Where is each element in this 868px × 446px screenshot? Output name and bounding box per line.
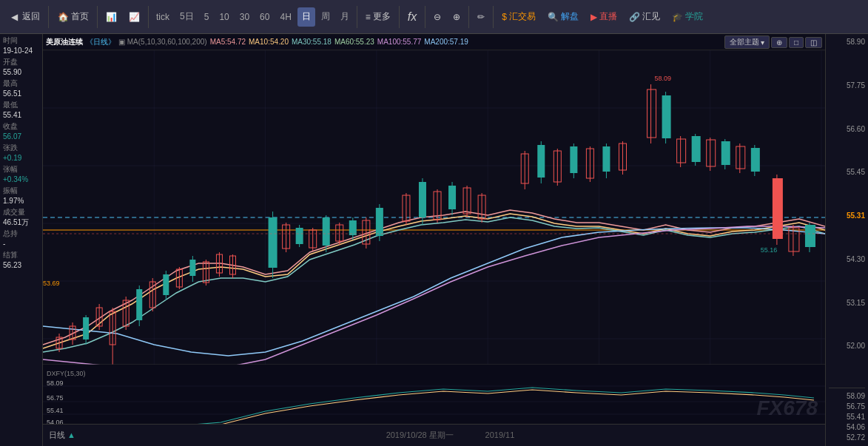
nav-divider-1: [48, 6, 49, 28]
svg-rect-98: [692, 136, 701, 162]
svg-rect-63: [376, 208, 383, 236]
info-volume: 成交量 46.51万: [3, 207, 39, 228]
date-display: 2019/10/28 星期一 2019/11: [81, 430, 819, 441]
price-52-00: 52.00: [829, 341, 865, 351]
nav-divider-4: [357, 6, 357, 28]
info-close: 收盘 56.07: [3, 121, 39, 142]
period-month[interactable]: 月: [336, 7, 354, 27]
nav-divider-2: [97, 6, 98, 28]
chart-container: 时间 19-10-24 开盘 55.90 最高 56.51 最低 55.41 收…: [0, 34, 868, 446]
school-icon: 🎓: [672, 12, 683, 22]
svg-rect-102: [721, 141, 730, 165]
top-right-controls: 全部主题 ▾ ⊕ □ ◫: [721, 34, 825, 50]
ctrl-add[interactable]: ⊕: [771, 37, 787, 48]
info-open: 开盘 55.90: [3, 57, 39, 78]
price-current: 55.31: [829, 211, 865, 221]
info-settle: 结算 56.23: [3, 250, 39, 271]
info-change-pct: 张幅 +0.34%: [3, 164, 39, 185]
bottom-bar: 日线 ▲ 2019/10/28 星期一 2019/11: [43, 424, 825, 446]
svg-rect-108: [773, 178, 783, 239]
symbol-name: 美原油连续: [46, 37, 83, 47]
svg-rect-55: [323, 217, 330, 246]
svg-rect-39: [189, 260, 195, 276]
main-chart-area[interactable]: 美原油连续 《日线》 ▣ MA(5,10,30,60,100,200) MA5:…: [43, 34, 825, 446]
period-60[interactable]: 60: [255, 7, 274, 27]
hq-button[interactable]: 📈: [124, 4, 145, 30]
period-4h[interactable]: 4H: [275, 7, 295, 27]
hq-icon: 📈: [129, 12, 140, 22]
more-icon: ≡: [366, 12, 371, 22]
svg-rect-67: [419, 182, 426, 217]
sub-price-54-06: 54.06: [829, 422, 865, 433]
school-button[interactable]: 🎓 学院: [667, 4, 708, 30]
period-tick[interactable]: tick: [152, 7, 174, 27]
jiepan-button[interactable]: 🔍 解盘: [542, 4, 584, 30]
svg-rect-21: [83, 317, 89, 339]
ma100-value: MA100:55.77: [377, 38, 422, 46]
ctrl-split[interactable]: ◫: [805, 37, 822, 48]
right-price-scale: 58.90 57.75 56.60 55.45 55.31 54.30 53.1…: [825, 34, 868, 446]
candlestick-chart[interactable]: 51.38: [43, 34, 825, 446]
price-58-90: 58.90: [829, 37, 865, 47]
svg-rect-71: [448, 186, 456, 209]
back-button[interactable]: ◀ 返回: [3, 4, 45, 30]
nav-divider-6: [425, 6, 425, 28]
top-navigation: ◀ 返回 🏠 首页 📊 📈 tick 5日 5 10 30 60 4H 日 周 …: [0, 0, 868, 34]
period-30[interactable]: 30: [235, 7, 254, 27]
home-icon: 🏠: [57, 11, 69, 23]
sub-price-56-75: 56.75: [829, 402, 865, 412]
ma10-value: MA10:54.20: [249, 38, 289, 46]
svg-rect-87: [602, 146, 610, 172]
ma5-value: MA5:54.72: [210, 38, 246, 46]
svg-rect-35: [163, 274, 169, 295]
period-day[interactable]: 日: [297, 7, 315, 27]
nav-divider-3: [148, 6, 149, 28]
period-week[interactable]: 周: [317, 7, 334, 27]
svg-rect-83: [570, 146, 577, 173]
ma60-value: MA60:55.23: [334, 38, 374, 46]
left-info-panel: 时间 19-10-24 开盘 55.90 最高 56.51 最低 55.41 收…: [0, 34, 43, 446]
info-high: 最高 56.51: [3, 78, 39, 99]
period-5d[interactable]: 5日: [175, 7, 198, 27]
ctrl-layout[interactable]: □: [789, 37, 804, 48]
sub-price-58-09: 58.09: [829, 391, 865, 402]
info-change: 张跌 +0.19: [3, 143, 39, 163]
zoom-out-button[interactable]: ⊖: [428, 4, 446, 30]
formula-button[interactable]: fx: [403, 4, 422, 30]
exchange-button[interactable]: 🔗 汇见: [624, 4, 665, 30]
price-54-30: 54.30: [829, 254, 865, 265]
svg-rect-51: [296, 228, 303, 244]
home-label: 首页: [71, 10, 89, 23]
svg-rect-112: [805, 225, 815, 247]
zoom-out-icon: ⊖: [434, 12, 441, 22]
info-amplitude: 振幅 1.97%: [3, 186, 39, 206]
info-low: 最低 55.41: [3, 100, 39, 121]
ma30-value: MA30:55.18: [292, 38, 332, 46]
period-5[interactable]: 5: [200, 7, 214, 27]
draw-button[interactable]: ✏: [472, 4, 490, 30]
live-icon: ▶: [591, 12, 597, 22]
price-57-75: 57.75: [829, 81, 865, 91]
chart-button[interactable]: 📊: [101, 4, 122, 30]
nav-divider-7: [468, 6, 469, 28]
live-button[interactable]: ▶ 直播: [585, 4, 622, 30]
price-55-45: 55.45: [829, 167, 865, 178]
period-10[interactable]: 10: [215, 7, 233, 27]
period-indicator[interactable]: 日线 ▲: [49, 430, 75, 441]
trade-button[interactable]: $ 汇交易: [497, 4, 541, 30]
svg-text:55.16: 55.16: [761, 246, 778, 254]
ma-indicator: ▣ MA(5,10,30,60,100,200): [118, 38, 207, 46]
more-button[interactable]: ≡ 更多: [360, 4, 396, 30]
link-icon: 🔗: [629, 12, 640, 22]
dropdown-icon: ▾: [761, 38, 764, 47]
home-button[interactable]: 🏠 首页: [52, 4, 94, 30]
price-53-15: 53.15: [829, 298, 865, 308]
svg-text:DXFY(15,30): DXFY(15,30): [47, 370, 86, 377]
chart-info-bar: 美原油连续 《日线》 ▣ MA(5,10,30,60,100,200) MA5:…: [43, 34, 825, 50]
svg-rect-31: [136, 289, 142, 320]
svg-text:53.69: 53.69: [43, 280, 60, 287]
zoom-in-button[interactable]: ⊕: [448, 4, 465, 30]
svg-text:58.09: 58.09: [47, 379, 64, 387]
nav-divider-5: [399, 6, 400, 28]
theme-selector[interactable]: 全部主题 ▾: [724, 36, 770, 49]
